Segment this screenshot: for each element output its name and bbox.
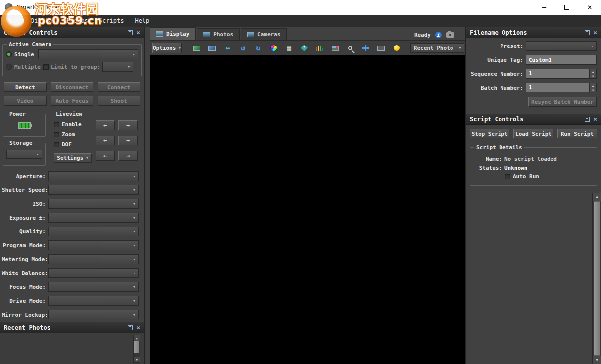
fit-width-button[interactable]: ↔ <box>221 42 234 54</box>
menu-file[interactable]: File <box>0 15 25 27</box>
rotate-left-button[interactable]: ↺ <box>237 42 250 54</box>
enable-checkbox[interactable] <box>54 122 59 127</box>
aperture-select[interactable]: ▾ <box>48 171 139 181</box>
menu-scripts[interactable]: Scripts <box>94 15 130 27</box>
stop-script-button[interactable]: Stop Script <box>470 129 509 138</box>
limit-to-group-checkbox[interactable] <box>43 64 49 70</box>
pan-crosshair-icon <box>362 45 369 51</box>
display-single-button[interactable] <box>191 42 203 54</box>
sequence-number-stepper[interactable]: 1 ▲ ▼ <box>526 69 597 79</box>
batch-number-stepper[interactable]: 1 ▲ ▼ <box>526 83 597 92</box>
program-mode-select[interactable]: ▾ <box>48 240 139 250</box>
recent-photos-title: Recent Photos <box>4 324 50 331</box>
zoom-checkbox[interactable] <box>54 132 59 137</box>
float-panel-icon[interactable] <box>128 30 133 35</box>
display-dual-button[interactable] <box>206 42 219 54</box>
options-button[interactable]: Options ▾ <box>152 43 182 53</box>
focus-far-far-button[interactable]: → <box>118 151 138 161</box>
recent-photos-list[interactable]: ▲ ▼ <box>0 333 144 364</box>
iso-select[interactable]: ▾ <box>48 199 139 209</box>
active-camera-select[interactable]: ▾ <box>38 49 138 59</box>
disconnect-button[interactable]: Disconnect <box>51 82 94 92</box>
float-panel-icon[interactable] <box>128 325 133 330</box>
focus-mode-select[interactable]: ▾ <box>48 282 139 292</box>
auto-run-checkbox[interactable] <box>505 174 510 179</box>
close-panel-icon[interactable]: × <box>593 117 597 122</box>
float-panel-icon[interactable] <box>585 30 590 35</box>
video-button[interactable]: Video <box>4 96 47 106</box>
menu-photos[interactable]: Photos <box>61 15 93 27</box>
tab-photos[interactable]: Photos <box>197 28 240 40</box>
recent-photo-select[interactable]: Recent Photo ▾ <box>410 43 464 53</box>
white-balance-select[interactable]: ▾ <box>48 268 139 278</box>
minimize-button[interactable]: ─ <box>533 0 555 15</box>
rotate-right-button[interactable]: ↻ <box>252 42 265 54</box>
spin-down-icon[interactable]: ▼ <box>590 88 596 92</box>
tab-cameras[interactable]: Cameras <box>241 28 287 40</box>
color-balance-button[interactable] <box>267 42 280 54</box>
connect-button[interactable]: Connect <box>98 82 140 92</box>
focus-near-far-button[interactable]: ← <box>96 151 115 161</box>
load-script-button[interactable]: Load Script <box>513 129 553 138</box>
close-panel-icon[interactable]: × <box>593 30 597 35</box>
spin-up-icon[interactable]: ▲ <box>590 83 596 88</box>
power-liveview-row: Power Storage ▾ Liveview <box>3 114 141 166</box>
grid-overlay-button[interactable]: ▦ <box>283 42 296 54</box>
float-panel-icon[interactable] <box>585 117 590 122</box>
scrollbar-thumb[interactable] <box>594 201 600 356</box>
brightness-button[interactable] <box>390 42 403 54</box>
focus-far-button[interactable]: → <box>118 120 138 130</box>
close-panel-icon[interactable]: × <box>136 30 140 35</box>
focus-far-med-button[interactable]: → <box>118 136 138 145</box>
menu-help[interactable]: Help <box>129 15 154 27</box>
zoom-button[interactable] <box>344 42 357 54</box>
single-radio[interactable] <box>6 51 12 57</box>
histogram-button[interactable] <box>313 42 326 54</box>
storage-select[interactable]: ▾ <box>6 150 42 159</box>
right-scrollbar[interactable]: ▲ ▼ <box>592 193 601 364</box>
group-select[interactable]: ▾ <box>102 62 133 72</box>
chevron-down-icon: ▾ <box>130 215 138 220</box>
scroll-up-icon[interactable]: ▲ <box>134 335 140 341</box>
recent-photos-scrollbar[interactable]: ▲ ▼ <box>133 335 140 363</box>
focus-near-med-button[interactable]: ← <box>96 136 115 145</box>
close-button[interactable]: × <box>578 0 601 15</box>
photo-info-button[interactable] <box>329 42 342 54</box>
tab-display[interactable]: Display <box>150 27 196 40</box>
preset-select[interactable]: ▾ <box>526 41 597 51</box>
run-script-button[interactable]: Run Script <box>557 129 597 138</box>
liveview-legend: Liveview <box>54 110 84 118</box>
spin-down-icon[interactable]: ▼ <box>590 74 596 78</box>
detect-button[interactable]: Detect <box>4 82 47 92</box>
spin-up-icon[interactable]: ▲ <box>590 69 596 74</box>
image-viewport[interactable] <box>150 55 465 364</box>
liveview-settings-button[interactable]: Settings ▾ <box>54 153 92 163</box>
program-mode-label: Program Mode: <box>2 242 46 249</box>
shoot-button[interactable]: Shoot <box>98 96 140 106</box>
window-controls: ─ × <box>533 0 601 15</box>
app-icon <box>5 3 13 11</box>
pan-button[interactable] <box>359 42 372 54</box>
scroll-down-icon[interactable]: ▼ <box>134 357 140 362</box>
unique-tag-input[interactable] <box>526 55 597 65</box>
scroll-down-icon[interactable]: ▼ <box>593 356 601 364</box>
drive-mode-select[interactable]: ▾ <box>48 296 139 306</box>
quality-select[interactable]: ▾ <box>48 227 139 236</box>
mirror-lockup-select[interactable]: ▾ <box>48 310 139 319</box>
multiple-radio[interactable] <box>6 64 12 70</box>
maximize-button[interactable] <box>555 0 578 15</box>
fullscreen-button[interactable] <box>375 42 388 54</box>
shutter-speed-select[interactable]: ▾ <box>48 185 139 195</box>
metering-mode-select[interactable]: ▾ <box>48 254 139 264</box>
resync-batch-number-button[interactable]: Resync Batch Number <box>528 97 597 107</box>
scrollbar-thumb[interactable] <box>134 341 139 353</box>
dof-checkbox[interactable] <box>54 142 59 147</box>
menu-display[interactable]: Display <box>25 15 61 27</box>
exposure-select[interactable]: ▾ <box>48 213 139 223</box>
info-icon[interactable]: i <box>435 32 442 38</box>
close-panel-icon[interactable]: × <box>136 325 140 330</box>
focus-near-button[interactable]: ← <box>96 120 115 130</box>
auto-focus-button[interactable]: Auto Focus <box>51 96 94 106</box>
scroll-up-icon[interactable]: ▲ <box>593 193 601 201</box>
tag-button[interactable] <box>298 42 311 54</box>
